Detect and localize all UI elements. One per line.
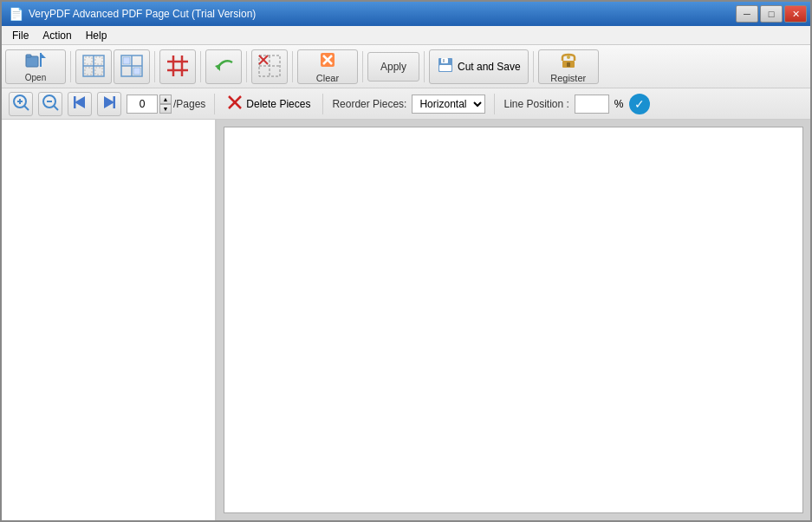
title-bar: 📄 VeryPDF Advanced PDF Page Cut (Trial V…	[2, 2, 810, 26]
pages-label: /Pages	[173, 98, 205, 110]
apply-button[interactable]: Apply	[367, 52, 419, 82]
clear-button[interactable]: Clear	[297, 49, 358, 84]
svg-marker-45	[104, 96, 114, 108]
maximize-button[interactable]: □	[760, 5, 783, 23]
register-label: Register	[550, 73, 586, 83]
cut-save-button[interactable]: Cut and Save	[429, 49, 529, 84]
undo-icon	[211, 54, 236, 80]
page-up-button[interactable]: ▲	[159, 95, 172, 104]
separator-8	[533, 51, 534, 82]
app-icon: 📄	[9, 7, 23, 21]
open-icon	[25, 51, 46, 71]
close-button[interactable]: ✕	[784, 5, 807, 23]
next-page-icon	[101, 94, 118, 114]
menu-action[interactable]: Action	[36, 28, 78, 43]
zoom-out-icon	[42, 94, 59, 114]
svg-rect-15	[133, 68, 140, 75]
checkmark-icon: ✓	[634, 97, 645, 111]
svg-rect-8	[95, 57, 102, 64]
svg-rect-9	[85, 68, 92, 75]
separator-2	[154, 51, 155, 82]
svg-rect-34	[567, 62, 570, 67]
undo-button[interactable]	[205, 49, 242, 84]
grid-cut-2-icon	[120, 54, 144, 80]
svg-rect-10	[95, 68, 102, 75]
clear-icon	[318, 50, 337, 71]
svg-line-39	[24, 106, 29, 110]
preview-panel-outer	[217, 120, 810, 520]
grid-cut-2-button[interactable]	[114, 49, 150, 84]
cut-save-label: Cut and Save	[458, 61, 521, 73]
svg-point-35	[567, 55, 570, 59]
separator-1	[70, 51, 71, 82]
svg-rect-46	[114, 96, 116, 108]
separator-4	[246, 51, 247, 82]
pdf-preview-canvas	[224, 127, 803, 513]
register-icon	[559, 50, 578, 71]
window-title: VeryPDF Advanced PDF Page Cut (Trial Ver…	[29, 8, 256, 20]
line-position-label: Line Position :	[503, 98, 568, 110]
delete-pieces-label: Delete Pieces	[246, 98, 310, 110]
register-button[interactable]: Register	[538, 49, 599, 84]
page-number-input[interactable]: 0	[127, 95, 158, 114]
separator-t2-1	[214, 94, 215, 114]
zoom-in-button[interactable]	[9, 92, 33, 116]
svg-rect-44	[74, 96, 76, 108]
title-bar-controls: ─ □ ✕	[736, 5, 807, 23]
delete-pieces-button[interactable]: Delete Pieces	[224, 93, 314, 114]
svg-rect-7	[85, 57, 92, 64]
clear-label: Clear	[316, 73, 339, 83]
open-label: Open	[25, 73, 46, 82]
separator-6	[362, 51, 363, 82]
reorder-select[interactable]: Horizontal Vertical	[412, 95, 485, 114]
open-button[interactable]: Open	[5, 49, 66, 84]
confirm-line-position-button[interactable]: ✓	[629, 94, 650, 114]
next-page-button[interactable]	[97, 92, 121, 116]
separator-5	[292, 51, 293, 82]
main-toolbar: Open	[2, 45, 810, 88]
menu-file[interactable]: File	[5, 28, 36, 43]
secondary-toolbar: 0 ▲ ▼ /Pages Delete Pieces Reorder Piece…	[2, 88, 810, 120]
cut-button[interactable]	[251, 49, 288, 84]
line-position-input[interactable]	[575, 95, 609, 114]
content-area	[2, 120, 810, 520]
svg-line-42	[54, 106, 58, 110]
separator-t2-2	[322, 94, 323, 114]
page-spinner: ▲ ▼	[159, 95, 172, 114]
thumbnail-panel	[2, 120, 217, 520]
svg-rect-32	[443, 59, 445, 62]
prev-page-icon	[71, 94, 88, 114]
zoom-in-icon	[12, 94, 29, 114]
menu-help[interactable]: Help	[79, 28, 114, 43]
cut-icon	[257, 54, 282, 80]
page-down-button[interactable]: ▼	[159, 104, 172, 114]
separator-t2-3	[494, 94, 495, 114]
menu-bar: File Action Help	[2, 26, 810, 45]
svg-marker-43	[75, 96, 85, 108]
save-icon	[437, 56, 454, 76]
svg-rect-31	[439, 65, 451, 71]
svg-rect-0	[26, 56, 38, 67]
zoom-out-button[interactable]	[38, 92, 62, 116]
grid-cut-1-icon	[81, 54, 106, 80]
page-input-group: 0 ▲ ▼ /Pages	[127, 95, 205, 114]
delete-pieces-icon	[227, 95, 243, 113]
separator-7	[424, 51, 425, 82]
minimize-button[interactable]: ─	[736, 5, 758, 23]
reorder-pieces-label: Reorder Pieces:	[332, 98, 406, 110]
hash-grid-button[interactable]	[159, 49, 196, 84]
prev-page-button[interactable]	[68, 92, 92, 116]
grid-cut-1-button[interactable]	[75, 49, 112, 84]
hash-grid-icon	[166, 54, 190, 80]
main-window: 📄 VeryPDF Advanced PDF Page Cut (Trial V…	[0, 0, 812, 522]
percent-label: %	[614, 98, 624, 110]
svg-rect-1	[26, 55, 31, 57]
svg-rect-14	[123, 57, 130, 64]
svg-marker-20	[215, 64, 220, 71]
separator-3	[200, 51, 201, 82]
title-bar-left: 📄 VeryPDF Advanced PDF Page Cut (Trial V…	[9, 7, 256, 21]
